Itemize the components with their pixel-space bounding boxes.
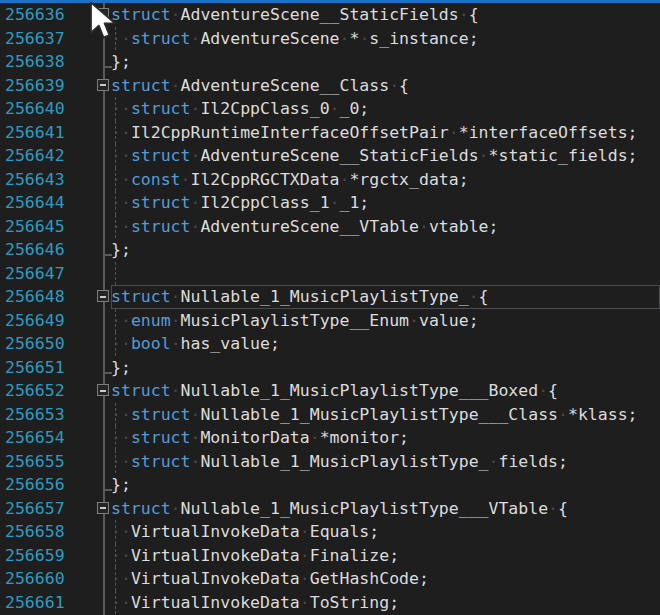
line-number[interactable]: 256641 [0, 121, 88, 145]
code-line[interactable]: ··struct·Il2CppClass_1·_1; [111, 191, 660, 215]
line-number[interactable]: 256636 [0, 3, 88, 27]
code-line[interactable]: ··struct·Il2CppClass_0·_0; [111, 97, 660, 121]
code-line[interactable]: ··struct·AdventureScene__VTable·vtable; [111, 215, 660, 239]
code-line[interactable]: struct·Nullable_1_MusicPlaylistType_·{ [111, 285, 660, 309]
code-line[interactable]: ··struct·AdventureScene·*·s_instance; [111, 27, 660, 51]
fold-collapse-button[interactable] [97, 79, 109, 91]
outline-guide-line [103, 332, 105, 356]
code-line[interactable]: }; [111, 238, 660, 262]
identifier-token: MusicPlaylistType__Enum [181, 311, 409, 330]
whitespace-dots: · [171, 499, 181, 518]
whitespace-dots: · [300, 593, 310, 612]
whitespace-dots: · [489, 452, 499, 471]
code-line[interactable]: ··VirtualInvokeData·ToString; [111, 591, 660, 615]
fold-collapse-button[interactable] [97, 8, 109, 20]
outline-guide-line [103, 567, 105, 591]
code-line-row: 256642··struct·AdventureScene__StaticFie… [0, 144, 660, 168]
fold-collapse-button[interactable] [97, 290, 109, 302]
identifier-token: { [548, 381, 558, 400]
line-number[interactable]: 256652 [0, 379, 88, 403]
identifier-token: VirtualInvokeData [131, 546, 300, 565]
identifier-token: }; [111, 52, 131, 71]
line-number[interactable]: 256637 [0, 27, 88, 51]
whitespace-dots: · [340, 29, 350, 48]
line-number[interactable]: 256661 [0, 591, 88, 615]
code-line[interactable]: }; [111, 50, 660, 74]
whitespace-dots: ·· [111, 311, 131, 330]
line-number[interactable]: 256638 [0, 50, 88, 74]
code-line[interactable] [111, 262, 660, 286]
indent-guide [115, 262, 116, 286]
line-number[interactable]: 256650 [0, 332, 88, 356]
minus-icon [100, 84, 106, 86]
code-line-row: 256639struct·AdventureScene__Class·{ [0, 74, 660, 98]
line-number[interactable]: 256644 [0, 191, 88, 215]
identifier-token: * [349, 29, 359, 48]
identifier-token: *monitor; [320, 428, 409, 447]
code-line[interactable]: ··struct·MonitorData·*monitor; [111, 426, 660, 450]
line-number[interactable]: 256643 [0, 168, 88, 192]
code-line-row: 256657struct·Nullable_1_MusicPlaylistTyp… [0, 497, 660, 521]
line-number[interactable]: 256645 [0, 215, 88, 239]
identifier-token: _1; [340, 193, 370, 212]
line-number[interactable]: 256653 [0, 403, 88, 427]
code-line[interactable]: ··struct·Nullable_1_MusicPlaylistType_·f… [111, 450, 660, 474]
code-line[interactable]: ··bool·has_value; [111, 332, 660, 356]
line-number[interactable]: 256639 [0, 74, 88, 98]
identifier-token: s_instance; [369, 29, 478, 48]
code-line[interactable]: ··VirtualInvokeData·GetHashCode; [111, 567, 660, 591]
whitespace-dots: · [190, 428, 200, 447]
code-line[interactable]: }; [111, 356, 660, 380]
line-number[interactable]: 256646 [0, 238, 88, 262]
keyword-token: struct [111, 499, 171, 518]
whitespace-dots: · [171, 287, 181, 306]
line-number[interactable]: 256659 [0, 544, 88, 568]
line-number[interactable]: 256658 [0, 520, 88, 544]
code-line[interactable]: ··Il2CppRuntimeInterfaceOffsetPair·*inte… [111, 121, 660, 145]
code-line[interactable]: ··const·Il2CppRGCTXData·*rgctx_data; [111, 168, 660, 192]
outline-guide-line [103, 473, 105, 497]
whitespace-dots: ·· [111, 29, 131, 48]
minus-icon [100, 390, 106, 392]
line-number[interactable]: 256660 [0, 567, 88, 591]
code-line[interactable]: ··struct·AdventureScene__StaticFields·*s… [111, 144, 660, 168]
code-line-row: 256645··struct·AdventureScene__VTable·vt… [0, 215, 660, 239]
code-line-row: 256649··enum·MusicPlaylistType__Enum·val… [0, 309, 660, 333]
keyword-token: bool [131, 334, 171, 353]
fold-collapse-button[interactable] [97, 384, 109, 396]
line-number[interactable]: 256657 [0, 497, 88, 521]
line-number[interactable]: 256648 [0, 285, 88, 309]
line-number[interactable]: 256651 [0, 356, 88, 380]
line-number[interactable]: 256655 [0, 450, 88, 474]
whitespace-dots: ·· [111, 146, 131, 165]
code-line[interactable]: struct·Nullable_1_MusicPlaylistType___Bo… [111, 379, 660, 403]
code-line[interactable]: ··enum·MusicPlaylistType__Enum·value; [111, 309, 660, 333]
outlining-margin [88, 403, 111, 427]
line-number[interactable]: 256656 [0, 473, 88, 497]
identifier-token: }; [111, 240, 131, 259]
identifier-token: Finalize; [310, 546, 399, 565]
outlining-margin [88, 520, 111, 544]
identifier-token: *rgctx_data; [349, 170, 468, 189]
line-number[interactable]: 256642 [0, 144, 88, 168]
code-line[interactable]: struct·AdventureScene__StaticFields·{ [111, 3, 660, 27]
line-number[interactable]: 256654 [0, 426, 88, 450]
code-line-row: 256660··VirtualInvokeData·GetHashCode; [0, 567, 660, 591]
code-line[interactable]: struct·Nullable_1_MusicPlaylistType___VT… [111, 497, 660, 521]
code-line[interactable]: ··struct·Nullable_1_MusicPlaylistType___… [111, 403, 660, 427]
fold-collapse-button[interactable] [97, 502, 109, 514]
outlining-margin [88, 356, 111, 380]
code-line[interactable]: ··VirtualInvokeData·Finalize; [111, 544, 660, 568]
outlining-margin [88, 309, 111, 333]
outlining-margin [88, 121, 111, 145]
whitespace-dots: · [548, 499, 558, 518]
whitespace-dots: ·· [111, 170, 131, 189]
code-line[interactable]: struct·AdventureScene__Class·{ [111, 74, 660, 98]
whitespace-dots: · [449, 123, 459, 142]
code-line[interactable]: ··VirtualInvokeData·Equals; [111, 520, 660, 544]
code-line[interactable]: }; [111, 473, 660, 497]
keyword-token: struct [131, 29, 191, 48]
line-number[interactable]: 256649 [0, 309, 88, 333]
line-number[interactable]: 256640 [0, 97, 88, 121]
line-number[interactable]: 256647 [0, 262, 88, 286]
